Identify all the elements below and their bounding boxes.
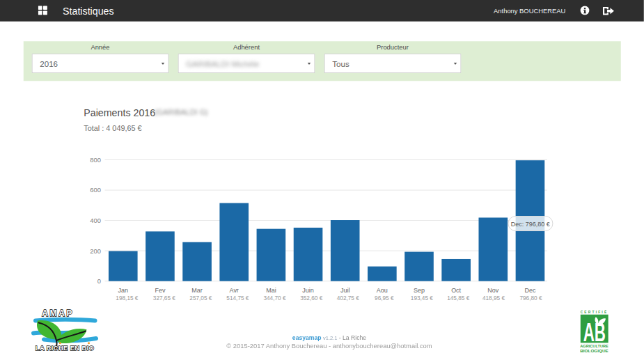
svg-text:352,60 €: 352,60 € [300, 295, 322, 302]
svg-text:Aou: Aou [377, 287, 388, 294]
svg-text:Nov: Nov [487, 287, 498, 294]
svg-text:Sep: Sep [414, 287, 425, 294]
svg-text:Mar: Mar [191, 287, 202, 294]
svg-text:400: 400 [90, 217, 101, 224]
svg-text:Avr: Avr [230, 287, 239, 294]
svg-text:800: 800 [90, 157, 101, 164]
svg-text:Jan: Jan [118, 287, 128, 294]
svg-text:CERTIFIÉ: CERTIFIÉ [581, 310, 608, 314]
svg-text:Dec: Dec [524, 287, 535, 294]
svg-text:402,75 €: 402,75 € [337, 295, 359, 302]
svg-text:96,95 €: 96,95 € [375, 295, 394, 302]
svg-text:Oct: Oct [451, 287, 461, 294]
svg-text:193,45 €: 193,45 € [411, 295, 433, 302]
svg-text:Dec: 796,80 €: Dec: 796,80 € [511, 221, 550, 228]
svg-text:418,95 €: 418,95 € [482, 295, 505, 302]
svg-text:200: 200 [90, 248, 101, 255]
svg-text:198,15 €: 198,15 € [116, 295, 138, 302]
svg-text:257,05 €: 257,05 € [189, 295, 212, 302]
svg-text:Fev: Fev [155, 287, 165, 294]
svg-text:Juin: Juin [302, 287, 313, 294]
svg-text:0: 0 [97, 278, 101, 285]
svg-text:Mai: Mai [266, 287, 276, 294]
svg-text:Juil: Juil [340, 287, 350, 294]
svg-text:514,75 €: 514,75 € [226, 295, 249, 302]
svg-text:796,80 €: 796,80 € [519, 295, 542, 302]
svg-text:BIOLOGIQUE: BIOLOGIQUE [580, 349, 608, 353]
svg-text:344,70 €: 344,70 € [263, 295, 285, 302]
svg-text:327,65 €: 327,65 € [153, 295, 175, 302]
svg-text:145,85 €: 145,85 € [447, 295, 469, 302]
svg-text:600: 600 [90, 187, 101, 194]
svg-text:AMAP: AMAP [42, 308, 74, 318]
